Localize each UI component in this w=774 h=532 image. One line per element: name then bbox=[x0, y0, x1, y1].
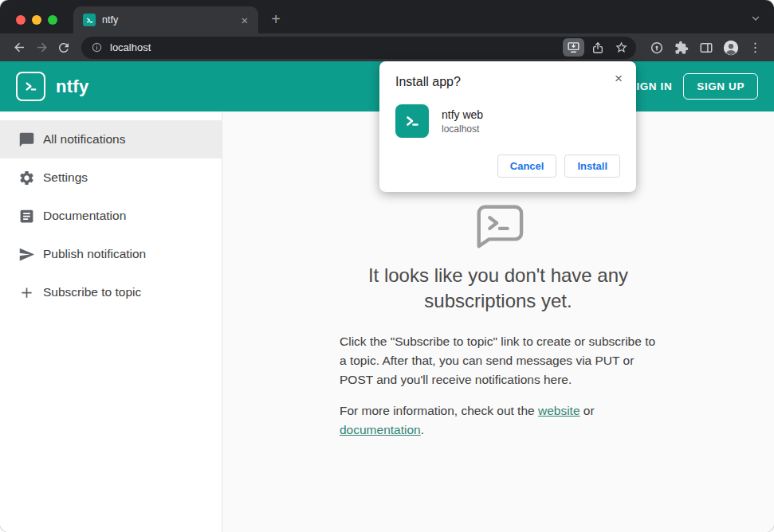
profile-avatar[interactable] bbox=[720, 37, 741, 58]
url-text: localhost bbox=[110, 41, 560, 53]
sidebar-item-label: Documentation bbox=[43, 209, 126, 223]
more-info-prefix: For more information, check out the bbox=[340, 404, 538, 417]
sidebar-item-label: All notifications bbox=[43, 132, 125, 147]
close-icon[interactable]: × bbox=[610, 70, 627, 88]
send-icon bbox=[17, 244, 36, 264]
browser-window: ntfy × + localhost bbox=[0, 0, 774, 532]
more-info-suffix: . bbox=[421, 423, 424, 436]
documentation-link[interactable]: documentation bbox=[340, 423, 421, 436]
tab-title: ntfy bbox=[102, 14, 231, 25]
more-info-middle: or bbox=[580, 404, 595, 417]
ntfy-terminal-icon bbox=[473, 199, 524, 250]
sidebar-item-subscribe-to-topic[interactable]: Subscribe to topic bbox=[0, 273, 222, 311]
cancel-button[interactable]: Cancel bbox=[497, 155, 557, 178]
browser-toolbar: localhost ⋮ bbox=[0, 33, 774, 61]
header-actions: SIGN IN SIGN UP bbox=[624, 73, 758, 100]
gear-icon bbox=[17, 168, 36, 187]
reload-icon[interactable] bbox=[53, 37, 75, 59]
sidebar-item-documentation[interactable]: Documentation bbox=[0, 197, 222, 235]
install-dialog-actions: Cancel Install bbox=[395, 155, 620, 178]
install-dialog-title: Install app? bbox=[395, 75, 620, 89]
sidebar-item-settings[interactable]: Settings bbox=[0, 158, 222, 197]
back-icon[interactable] bbox=[8, 37, 30, 59]
empty-state-title: It looks like you don't have any subscri… bbox=[340, 263, 657, 313]
install-app-icon[interactable] bbox=[563, 38, 584, 57]
extensions-puzzle-icon[interactable] bbox=[670, 37, 692, 58]
ntfy-favicon-icon bbox=[83, 14, 96, 26]
sidebar-item-publish-notification[interactable]: Publish notification bbox=[0, 235, 222, 273]
sidebar-item-all-notifications[interactable]: All notifications bbox=[0, 120, 222, 158]
website-link[interactable]: website bbox=[538, 404, 580, 417]
sidebar-item-label: Publish notification bbox=[43, 247, 146, 261]
minimize-window-button[interactable] bbox=[32, 15, 41, 25]
empty-state-paragraph: Click the "Subscribe to topic" link to c… bbox=[340, 332, 657, 389]
empty-state-more-info: For more information, check out the webs… bbox=[340, 401, 657, 440]
install-app-name: ntfy web bbox=[442, 108, 483, 121]
sidebar-item-label: Settings bbox=[43, 170, 88, 185]
new-tab-button[interactable]: + bbox=[265, 8, 287, 30]
password-manager-extension-icon[interactable] bbox=[646, 37, 667, 58]
sign-up-button[interactable]: SIGN UP bbox=[683, 73, 758, 100]
browser-tab-ntfy[interactable]: ntfy × bbox=[73, 6, 258, 33]
forward-icon[interactable] bbox=[30, 37, 53, 59]
site-info-icon[interactable] bbox=[91, 41, 103, 53]
app-title: ntfy bbox=[56, 76, 89, 97]
sidebar-item-label: Subscribe to topic bbox=[43, 285, 141, 299]
share-icon[interactable] bbox=[587, 38, 608, 57]
install-app-info: ntfy web localhost bbox=[395, 104, 620, 138]
ntfy-app-icon bbox=[395, 104, 429, 138]
tab-strip: ntfy × + bbox=[0, 0, 774, 33]
address-bar[interactable]: localhost bbox=[81, 37, 636, 59]
sidebar: All notifications Settings Documentation… bbox=[0, 111, 222, 532]
window-controls bbox=[0, 15, 73, 33]
tab-search-chevron-icon[interactable] bbox=[750, 13, 761, 24]
document-icon bbox=[17, 206, 36, 225]
plus-icon bbox=[17, 283, 36, 302]
install-button[interactable]: Install bbox=[564, 155, 620, 178]
bookmark-star-icon[interactable] bbox=[611, 38, 632, 57]
close-window-button[interactable] bbox=[16, 15, 26, 25]
maximize-window-button[interactable] bbox=[48, 15, 57, 25]
side-panel-icon[interactable] bbox=[695, 37, 717, 58]
browser-menu-icon[interactable]: ⋮ bbox=[745, 37, 766, 58]
ntfy-logo-icon bbox=[16, 72, 45, 101]
close-tab-icon[interactable]: × bbox=[238, 13, 252, 27]
install-app-origin: localhost bbox=[442, 123, 483, 135]
install-app-dialog: Install app? × ntfy web localhost Cancel… bbox=[379, 61, 636, 192]
chat-bubble-icon bbox=[17, 130, 36, 149]
